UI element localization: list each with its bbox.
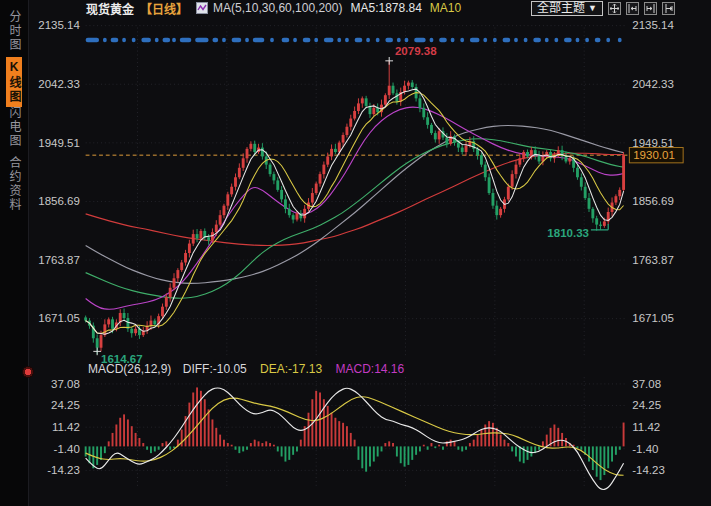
candle-body [226, 194, 229, 205]
candle-body [315, 184, 318, 193]
event-marker-dot [595, 38, 601, 42]
macd-axis-label: 24.25 [51, 399, 80, 411]
low-cross-marker [93, 348, 101, 356]
expand-bars-button[interactable] [644, 2, 657, 15]
event-marker-dot [366, 38, 370, 42]
macd-axis-label: 24.25 [632, 399, 661, 411]
chart-style-icon [196, 2, 208, 14]
macd-axis-label: -14.23 [47, 464, 80, 476]
candle-body [511, 174, 514, 187]
macd-axis-label: -1.40 [54, 443, 80, 455]
candle-body [111, 319, 114, 328]
sidebar-item-timeline-chart[interactable]: 分时图 [7, 10, 21, 52]
trading-app-window: 分时图 K线图 闪电图 合约资料 现货黄金 【日线】 MA(5,10,30,60… [0, 0, 711, 506]
symbol-title: 现货黄金 [86, 0, 134, 17]
candle-body [392, 86, 395, 94]
compress-bars-icon [628, 4, 637, 13]
period-label: 【日线】 [140, 0, 188, 17]
y-axis-label: 2042.33 [38, 78, 80, 90]
candle-body [134, 329, 137, 333]
compress-bars-button[interactable] [626, 2, 639, 15]
y-axis-label: 1671.05 [38, 313, 80, 325]
event-marker-dot [232, 38, 242, 42]
candle-body [334, 149, 337, 152]
y-axis-label: 1763.87 [632, 254, 674, 266]
candle-body [246, 149, 249, 158]
event-marker-dot [111, 38, 119, 42]
candle-body [303, 209, 306, 218]
candle-body [372, 108, 375, 114]
candle-body [199, 231, 202, 239]
candle-body [107, 319, 110, 324]
event-marker-dot [314, 38, 318, 42]
macd-dea-value: DEA:-17.13 [260, 362, 322, 376]
event-marker-dot [293, 38, 297, 42]
theme-dropdown-label: 全部主题 [537, 2, 585, 15]
event-marker-dot [554, 38, 558, 42]
candle-body [345, 127, 348, 135]
candle-body [538, 155, 541, 161]
candle-body [461, 148, 464, 152]
candle-body [215, 225, 218, 233]
ma200-line [86, 153, 624, 245]
candle-body [418, 98, 421, 107]
event-marker-dot [282, 38, 290, 42]
candle-body [526, 152, 529, 156]
y-axis-label: 2042.33 [632, 78, 674, 90]
candle-body [280, 190, 283, 199]
ma30-line [86, 107, 624, 309]
candle-body [495, 206, 498, 215]
candle-body [595, 218, 598, 224]
candle-body [361, 98, 364, 103]
candle-body [184, 253, 187, 262]
event-marker-dot [212, 38, 218, 42]
event-marker-dot [483, 38, 487, 42]
event-marker-dot [414, 38, 426, 42]
current-price-value: 1930.01 [633, 149, 675, 161]
candle-body [407, 83, 410, 86]
y-axis-label: 1949.51 [38, 137, 80, 149]
event-marker-dot [245, 38, 249, 42]
candle-body [319, 174, 322, 183]
candle-body [249, 144, 252, 149]
y-axis-label: 2135.14 [38, 19, 80, 31]
pan-tool-button[interactable] [608, 2, 621, 15]
candle-body [603, 221, 606, 225]
kline-chart-canvas[interactable]: 2135.142135.142042.332042.331949.511949.… [28, 16, 711, 506]
event-marker-dot [503, 38, 511, 42]
indicator-marker-icon[interactable] [22, 366, 34, 378]
sidebar-item-lightning-chart[interactable]: 闪电图 [7, 106, 21, 148]
event-marker-dot [180, 38, 192, 42]
candle-body [499, 209, 502, 215]
candle-body [434, 133, 437, 139]
event-marker-dot [376, 38, 380, 42]
candle-body [161, 307, 164, 316]
candle-body [188, 244, 191, 253]
candle-body [100, 335, 103, 348]
shift-right-button[interactable] [662, 2, 675, 15]
candle-body [96, 338, 99, 347]
candle-body [150, 321, 153, 326]
macd-axis-label: -14.23 [632, 464, 665, 476]
event-marker-dot [253, 38, 265, 42]
sidebar-item-kline-chart[interactable]: K线图 [6, 57, 22, 107]
candle-body [322, 165, 325, 174]
event-marker-dot [122, 38, 126, 42]
event-marker-dot [337, 38, 341, 42]
candle-body [576, 168, 579, 177]
theme-dropdown-button[interactable]: 全部主题 ▼ [531, 1, 603, 16]
sidebar-item-contract-info[interactable]: 合约资料 [7, 156, 21, 212]
candle-body [422, 108, 425, 117]
candle-body [568, 158, 571, 161]
candle-body [480, 155, 483, 164]
event-marker-dot [103, 38, 107, 42]
candle-body [622, 155, 625, 190]
macd-axis-label: 11.42 [52, 421, 80, 433]
event-marker-dot [514, 38, 518, 42]
macd-settings-label: MACD(26,12,9) [88, 362, 171, 376]
candle-body [165, 297, 168, 306]
event-marker-dot [345, 38, 349, 42]
event-marker-dot [141, 38, 151, 42]
event-marker-dot [439, 38, 447, 42]
macd-axis-label: 11.42 [632, 421, 660, 433]
